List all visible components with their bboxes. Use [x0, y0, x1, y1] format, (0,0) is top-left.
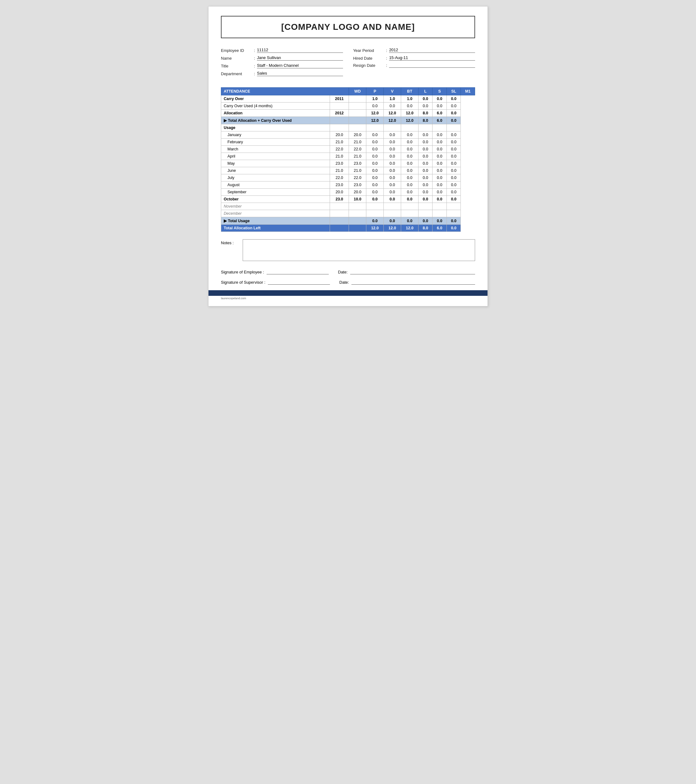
table-row: July22.022.00.00.00.00.00.00.0	[221, 174, 475, 181]
table-cell: 0.0	[366, 167, 384, 174]
table-cell	[349, 217, 366, 225]
table-cell: 6.0	[433, 225, 447, 232]
field-label: Title	[221, 64, 252, 68]
col-header: M1	[461, 87, 475, 96]
table-cell	[401, 124, 418, 132]
info-row: Name : Jane Sullivan	[221, 55, 343, 61]
table-cell	[446, 124, 461, 132]
table-cell: 0.0	[433, 167, 447, 174]
table-cell: February	[221, 138, 330, 146]
table-cell	[330, 225, 349, 232]
table-cell: October	[221, 196, 330, 203]
table-row: February21.021.00.00.00.00.00.00.0	[221, 138, 475, 146]
table-cell: 12.0	[366, 117, 384, 124]
page: [COMPANY LOGO AND NAME] Employee ID : 11…	[208, 6, 488, 306]
field-colon: :	[384, 56, 389, 61]
table-cell: 6.0	[433, 117, 447, 124]
table-cell: 0.0	[446, 174, 461, 181]
info-col-left: Employee ID : 11112 Name : Jane Sullivan…	[221, 48, 343, 79]
table-cell: 12.0	[366, 110, 384, 117]
table-cell: 0.0	[401, 138, 418, 146]
table-cell: 20.0	[349, 132, 366, 138]
table-cell: 0.0	[384, 189, 401, 196]
table-cell: April	[221, 153, 330, 160]
table-row: Total Allocation Left12.012.012.08.06.00…	[221, 225, 475, 232]
table-cell: 0.0	[433, 174, 447, 181]
field-label: Hired Date	[353, 56, 384, 61]
table-cell	[349, 96, 366, 102]
table-cell	[418, 203, 433, 210]
table-cell: 21.0	[349, 153, 366, 160]
table-cell: 0.0	[384, 160, 401, 167]
table-cell: 12.0	[384, 110, 401, 117]
table-cell: 21.0	[349, 138, 366, 146]
table-cell: 0.0	[384, 217, 401, 225]
table-cell: 0.0	[418, 174, 433, 181]
table-row: ▶ Total Usage0.00.00.00.00.00.0	[221, 217, 475, 225]
field-value: Staff - Modern Channel	[257, 63, 343, 68]
signature-row: Signature of Employee : Date:	[221, 270, 475, 274]
table-cell: 0.0	[401, 153, 418, 160]
table-cell: 23.0	[349, 181, 366, 189]
table-cell: 0.0	[446, 181, 461, 189]
table-cell	[349, 225, 366, 232]
table-cell: 0.0	[418, 189, 433, 196]
field-label: Department	[221, 71, 252, 76]
table-cell	[446, 203, 461, 210]
table-row: Carry Over Used (4 months)0.00.00.00.00.…	[221, 102, 475, 110]
table-row: April21.021.00.00.00.00.00.00.0	[221, 153, 475, 160]
table-row: Allocation201212.012.012.08.06.00.0	[221, 110, 475, 117]
signature-section: Signature of Employee : Date: Signature …	[221, 270, 475, 285]
field-colon: :	[384, 48, 389, 53]
table-cell: 1.0	[384, 96, 401, 102]
table-cell: 21.0	[330, 138, 349, 146]
table-cell: Allocation	[221, 110, 330, 117]
employee-info-section: Employee ID : 11112 Name : Jane Sullivan…	[221, 48, 475, 79]
table-cell: 0.0	[366, 146, 384, 153]
table-cell: 0.0	[418, 102, 433, 110]
info-row: Hired Date : 15-Aug-11	[353, 55, 475, 61]
table-cell	[366, 203, 384, 210]
table-cell: 0.0	[418, 181, 433, 189]
field-colon: :	[252, 71, 257, 76]
table-cell: 0.0	[384, 132, 401, 138]
table-cell: 22.0	[330, 174, 349, 181]
table-cell: 0.0	[384, 174, 401, 181]
table-cell: ▶ Total Allocation + Carry Over Used	[221, 117, 330, 124]
notes-label: Notes :	[221, 239, 243, 245]
field-value: 15-Aug-11	[389, 55, 475, 61]
table-cell	[401, 203, 418, 210]
notes-box[interactable]	[243, 239, 475, 261]
table-row: January20.020.00.00.00.00.00.00.0	[221, 132, 475, 138]
info-col-right: Year Period : 2012 Hired Date : 15-Aug-1…	[353, 48, 475, 79]
table-cell: 0.0	[446, 96, 461, 102]
col-header: L	[418, 87, 433, 96]
table-cell: 0.0	[366, 217, 384, 225]
table-cell	[330, 102, 349, 110]
table-cell: 0.0	[433, 138, 447, 146]
table-cell: 0.0	[446, 153, 461, 160]
sig-date-label: Date:	[339, 280, 349, 285]
sig-label: Signature of Supervisor :	[221, 280, 265, 285]
table-cell: 0.0	[366, 174, 384, 181]
table-cell: 0.0	[366, 132, 384, 138]
table-row: September20.020.00.00.00.00.00.00.0	[221, 189, 475, 196]
table-cell: 23.0	[349, 160, 366, 167]
table-cell	[433, 203, 447, 210]
table-cell: ▶ Total Usage	[221, 217, 330, 225]
table-cell: 0.0	[418, 160, 433, 167]
field-value: Jane Sullivan	[257, 55, 343, 61]
table-cell: 0.0	[433, 146, 447, 153]
table-cell	[349, 110, 366, 117]
table-cell: 0.0	[384, 181, 401, 189]
table-cell	[401, 210, 418, 217]
info-row: Year Period : 2012	[353, 48, 475, 53]
table-cell: 0.0	[418, 146, 433, 153]
table-row: ▶ Total Allocation + Carry Over Used12.0…	[221, 117, 475, 124]
table-cell: 23.0	[330, 196, 349, 203]
table-cell: 21.0	[349, 167, 366, 174]
table-cell: 12.0	[366, 225, 384, 232]
table-cell: 0.0	[401, 189, 418, 196]
table-cell	[418, 124, 433, 132]
table-cell: 0.0	[433, 181, 447, 189]
